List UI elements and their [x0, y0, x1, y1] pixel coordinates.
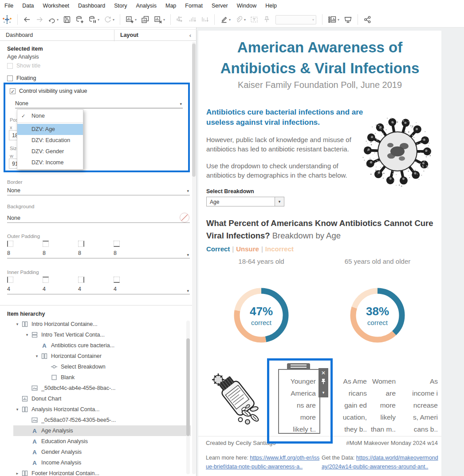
- fix-axes-icon[interactable]: [261, 13, 272, 26]
- border-dropdown[interactable]: None ▾: [7, 186, 190, 195]
- donut-chart-65plus[interactable]: 38% correct: [346, 284, 409, 346]
- hierarchy-item-0c58ac07-f526-4305-bee5[interactable]: _0c58ac07-f526-4305-bee5-...: [13, 415, 191, 425]
- new-datasource-icon[interactable]: [74, 13, 86, 26]
- chevron-right-icon[interactable]: ▸: [13, 471, 21, 476]
- dropdown-option-label: DZV: Income: [31, 159, 63, 166]
- chevron-down-icon[interactable]: ▾: [33, 354, 41, 358]
- undo-icon[interactable]: [21, 13, 33, 26]
- dropdown-option[interactable]: ✓ None: [17, 111, 83, 122]
- breakdown-select[interactable]: Age ▾: [206, 197, 284, 206]
- sort-descending-icon[interactable]: [199, 13, 211, 26]
- hierarchy-item-intro-text-vertical-conta[interactable]: ▾Intro Text Vertical Conta...: [13, 329, 191, 340]
- tab-layout[interactable]: Layout: [114, 30, 185, 41]
- share-icon[interactable]: [362, 13, 374, 26]
- hierarchy-item-intro-horizontal-containe[interactable]: ▾Intro Horizontal Containe...: [13, 319, 191, 329]
- no-color-swatch-icon[interactable]: [179, 212, 190, 223]
- chevron-down-icon[interactable]: ▾: [275, 197, 284, 206]
- hierarchy-item-footer-horizontal-contain[interactable]: ▸Footer Horizontal Contain...: [13, 468, 191, 476]
- close-icon[interactable]: ✕: [321, 368, 326, 378]
- tile-text-line: likely t..: [281, 423, 316, 435]
- hierarchy-item-gender-analysis[interactable]: AGender Analysis: [13, 447, 191, 457]
- menu-item[interactable]: Server: [207, 0, 232, 12]
- pause-updates-icon[interactable]: ▾: [87, 13, 101, 26]
- toolbar-separator: [170, 14, 171, 25]
- chevron-down-icon[interactable]: ▾: [187, 253, 189, 257]
- tableau-logo[interactable]: [0, 13, 14, 26]
- show-title-checkbox[interactable]: [7, 63, 13, 69]
- dropdown-option[interactable]: DZV: Income: [17, 157, 83, 168]
- fit-select[interactable]: ▾: [275, 15, 316, 24]
- hierarchy-item-label: _0c58ac07-f526-4305-bee5-...: [41, 417, 116, 423]
- menu-item[interactable]: File: [0, 0, 18, 12]
- presentation-icon[interactable]: [342, 13, 354, 26]
- dropdown-option[interactable]: DZV: Gender: [17, 146, 83, 157]
- hierarchy-scrollbar[interactable]: [186, 321, 190, 474]
- menu-item[interactable]: Analysis: [131, 0, 161, 12]
- pin-icon[interactable]: [321, 378, 326, 388]
- menu-item[interactable]: Worksheet: [39, 0, 74, 12]
- dropdown-option[interactable]: DZV: Education: [17, 135, 83, 146]
- highlight-icon[interactable]: ▾: [218, 13, 232, 26]
- control-visibility-checkbox[interactable]: ✓: [10, 88, 16, 94]
- hierarchy-item-analysis-horizontal-conta[interactable]: ▾Analysis Horizontal Conta...: [13, 404, 191, 415]
- menu-item[interactable]: Map: [161, 0, 181, 12]
- hierarchy-item-income-analysis[interactable]: AIncome Analysis: [13, 457, 191, 468]
- collapse-panel-icon[interactable]: ‹: [189, 32, 191, 39]
- background-dropdown[interactable]: None: [7, 214, 190, 223]
- panel-scrollbar[interactable]: [192, 42, 196, 474]
- hierarchy-item-education-analysis[interactable]: AEducation Analysis: [13, 436, 191, 447]
- hierarchy-item-50dbcf4c-ab4e-455e-8bac[interactable]: _50dbcf4c-ab4e-455e-8bac-...: [13, 383, 191, 393]
- tile-drag-handle[interactable]: [287, 363, 310, 369]
- hierarchy-item-blank[interactable]: Blank: [13, 372, 191, 383]
- menu-item[interactable]: Help: [261, 0, 281, 12]
- toolbar-separator: [214, 14, 215, 25]
- control-visibility-row: ✓ Control visibility using value: [10, 88, 87, 94]
- question-heading-breakdown: Breakdown by Age: [270, 231, 341, 240]
- outer-padding-dropdown[interactable]: ▾: [7, 250, 190, 258]
- chevron-down-icon[interactable]: ▾: [13, 407, 21, 412]
- hierarchy-item-horizontal-container[interactable]: ▾Horizontal Container: [13, 351, 191, 361]
- tile-text-line: cans b..: [401, 423, 438, 435]
- legend-separator: |: [259, 245, 265, 253]
- duplicate-sheet-icon[interactable]: [139, 13, 151, 26]
- chevron-down-icon[interactable]: ▾: [13, 322, 21, 326]
- age-analysis-tile[interactable]: YoungerAmericans aremorelikely t..: [278, 369, 320, 434]
- visibility-value-dropdown[interactable]: None ▾: [15, 99, 183, 108]
- chevron-down-icon[interactable]: ▾: [187, 289, 189, 293]
- chevron-down-icon[interactable]: ▾: [23, 333, 31, 337]
- inner-padding-dropdown[interactable]: ▾: [7, 286, 190, 294]
- menu-item[interactable]: Data: [18, 0, 38, 12]
- hierarchy-item-label: Intro Text Vertical Conta...: [41, 332, 105, 338]
- replay-icon[interactable]: ▾: [46, 13, 60, 26]
- hierarchy-item-select-breakdown[interactable]: Select Breakdown: [13, 361, 191, 372]
- intro-paragraph-2: Use the dropdown to check understanding …: [206, 161, 370, 180]
- blank-icon: [51, 374, 58, 381]
- refresh-icon[interactable]: ▾: [102, 13, 116, 26]
- hierarchy-item-label: _50dbcf4c-ab4e-455e-8bac-...: [41, 385, 115, 391]
- swap-icon[interactable]: [174, 13, 186, 26]
- hierarchy-item-donut-chart[interactable]: Donut Chart: [13, 393, 191, 404]
- group-icon[interactable]: ▾: [233, 13, 248, 26]
- label-icon[interactable]: [248, 13, 260, 26]
- clear-sheet-icon[interactable]: ▾: [152, 13, 167, 26]
- hierarchy-item-antibiotics-cure-bacteria[interactable]: AAntibiotics cure bacteria...: [13, 340, 191, 351]
- hierarchy-item-label: Horizontal Container: [51, 353, 102, 359]
- dropdown-option[interactable]: DZV: Age: [17, 124, 83, 135]
- menu-item[interactable]: Dashboard: [74, 0, 110, 12]
- chevron-down-icon[interactable]: ▾: [322, 388, 325, 397]
- menu-item[interactable]: Story: [110, 0, 131, 12]
- redo-icon[interactable]: [34, 13, 45, 26]
- menu-item[interactable]: Window: [232, 0, 261, 12]
- tab-dashboard[interactable]: Dashboard: [0, 30, 114, 41]
- show-cards-icon[interactable]: ▾: [326, 13, 341, 26]
- new-worksheet-icon[interactable]: ▾: [124, 13, 138, 26]
- donut-chart-18-64[interactable]: 47% correct: [230, 284, 292, 346]
- hierarchy-item-age-analysis[interactable]: AAge Analysis: [13, 425, 191, 436]
- chevron-down-icon[interactable]: ▾: [187, 189, 189, 193]
- sort-ascending-icon[interactable]: [187, 13, 198, 26]
- save-icon[interactable]: [61, 13, 73, 26]
- menu-item[interactable]: Format: [181, 0, 207, 12]
- floating-checkbox[interactable]: [7, 75, 13, 81]
- chevron-down-icon[interactable]: ▾: [180, 102, 182, 106]
- title-line-2: Antibiotics & Viral Infections: [198, 58, 441, 79]
